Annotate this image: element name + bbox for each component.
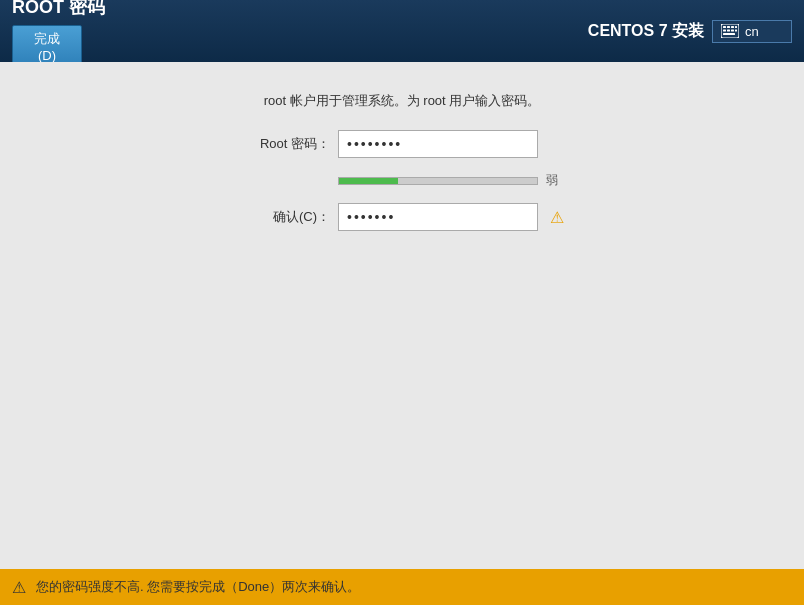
header: ROOT 密码 完成(D) CENTOS 7 安装 cn — [0, 0, 804, 62]
main-content: root 帐户用于管理系统。为 root 用户输入密码。 Root 密码： 弱 … — [0, 62, 804, 569]
form-area: Root 密码： 弱 确认(C)： ⚠ — [240, 130, 564, 231]
svg-rect-6 — [727, 30, 730, 32]
strength-label: 弱 — [546, 172, 558, 189]
keyboard-icon — [721, 24, 739, 38]
svg-rect-4 — [735, 26, 737, 28]
page-title: ROOT 密码 — [12, 0, 105, 19]
svg-rect-7 — [731, 30, 734, 32]
centos-label: CENTOS 7 安装 — [588, 21, 704, 42]
svg-rect-3 — [731, 26, 734, 28]
svg-rect-5 — [723, 30, 726, 32]
header-right: CENTOS 7 安装 cn — [588, 20, 792, 43]
confirm-password-input[interactable] — [338, 203, 538, 231]
root-password-input[interactable] — [338, 130, 538, 158]
description-text: root 帐户用于管理系统。为 root 用户输入密码。 — [264, 92, 541, 110]
strength-row: 弱 — [338, 172, 564, 189]
footer: ⚠ 您的密码强度不高. 您需要按完成（Done）两次来确认。 — [0, 569, 804, 605]
strength-bar-container — [338, 177, 538, 185]
svg-rect-1 — [723, 26, 726, 28]
svg-rect-2 — [727, 26, 730, 28]
strength-bar-fill — [339, 178, 398, 184]
header-left: ROOT 密码 完成(D) — [12, 0, 105, 68]
warning-icon: ⚠ — [550, 208, 564, 227]
confirm-password-label: 确认(C)： — [240, 208, 330, 226]
root-password-row: Root 密码： — [240, 130, 564, 158]
keyboard-lang-label: cn — [745, 24, 759, 39]
svg-rect-9 — [723, 33, 735, 35]
footer-warning-icon: ⚠ — [12, 578, 26, 597]
keyboard-selector[interactable]: cn — [712, 20, 792, 43]
root-password-label: Root 密码： — [240, 135, 330, 153]
footer-message: 您的密码强度不高. 您需要按完成（Done）两次来确认。 — [36, 578, 360, 596]
svg-rect-8 — [735, 30, 737, 32]
confirm-password-row: 确认(C)： ⚠ — [240, 203, 564, 231]
